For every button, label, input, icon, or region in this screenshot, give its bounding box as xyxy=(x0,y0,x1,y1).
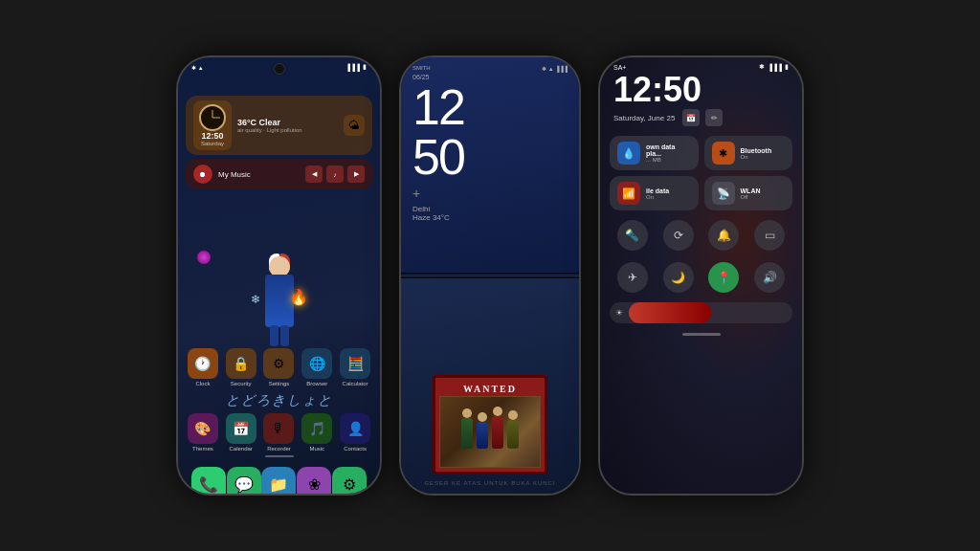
data-tile-status: ... MB xyxy=(646,157,691,163)
cc-tile-bluetooth[interactable]: ✱ Bluetooth On xyxy=(704,136,793,170)
char-1 xyxy=(461,418,473,449)
mobile-data-tile-status: On xyxy=(646,194,691,200)
music-widget[interactable]: ⏺ My Music ◀ ♪ ▶ xyxy=(186,159,372,189)
apps-row-2: 🎨 Themes 📅 Calendar 🎙 Recorder 🎵 Music 👤 xyxy=(178,411,380,453)
app-security[interactable]: 🔒 Security xyxy=(224,348,258,386)
flip-time-minutes: 50 xyxy=(412,132,568,182)
music-label: My Music xyxy=(218,170,300,179)
weather-info: 36°C Clear air quality · Light pollution xyxy=(237,118,338,133)
cc-time-display: 12:50 xyxy=(600,73,802,107)
cc-btn-flashlight[interactable]: 🔦 xyxy=(617,220,648,251)
apps-row-1: 🕐 Clock 🔒 Security ⚙ Settings 🌐 Browser … xyxy=(178,346,380,388)
weather-widget[interactable]: 12:50 Saturday 36°C Clear air quality · … xyxy=(186,96,372,155)
cc-brightness-slider[interactable]: ☀ xyxy=(600,298,802,327)
security-icon: 🔒 xyxy=(226,348,256,379)
cc-edit-icon[interactable]: ✏ xyxy=(705,109,723,126)
cc-btn-screen-record[interactable]: ▭ xyxy=(754,220,785,251)
char-4-head xyxy=(508,410,518,420)
weather-temp: 36°C Clear xyxy=(237,118,338,127)
dock-indicator xyxy=(265,455,294,457)
char-2-head xyxy=(478,412,487,422)
phone-3: SA+ ✱ ▐▐▐ ▮ 12:50 Saturday, June 25 📅 ✏ xyxy=(598,55,804,496)
cc-calendar-icon[interactable]: 📅 xyxy=(682,109,700,126)
char-1-head xyxy=(462,408,472,418)
cc-date-area: Saturday, June 25 📅 ✏ xyxy=(600,107,802,132)
app-recorder[interactable]: 🎙 Recorder xyxy=(261,413,296,452)
weather-clock: 12:50 Saturday xyxy=(193,100,232,150)
calendar-label: Calendar xyxy=(230,446,253,452)
flip-bottom-half: WANTED xyxy=(401,276,579,494)
dock-files[interactable]: 📁 xyxy=(261,467,296,494)
cc-btn-sound[interactable]: 🔊 xyxy=(754,262,785,293)
phone-1-screen: ✱ ▲ ▐▐▐ ▮ 12:50 Saturday 36°C Clear air … xyxy=(178,57,380,494)
recorder-icon: 🎙 xyxy=(263,413,294,444)
cc-tile-wlan[interactable]: 📡 WLAN Off xyxy=(704,176,793,210)
cc-bt-icon: ✱ xyxy=(759,63,765,71)
dock-flower[interactable]: ❀ xyxy=(297,467,331,494)
music-next-button[interactable]: ▶ xyxy=(347,165,365,183)
data-tile-name: own data pla... xyxy=(646,143,691,157)
cc-btn-moon[interactable]: 🌙 xyxy=(663,262,694,293)
data-tile-text: own data pla... ... MB xyxy=(646,143,691,163)
wlan-tile-status: Off xyxy=(741,194,786,200)
flip-crease xyxy=(401,273,579,278)
char-4 xyxy=(507,420,519,449)
mobile-data-tile-icon: 📶 xyxy=(617,182,640,205)
brightness-track: ☀ xyxy=(610,302,792,323)
app-calculator[interactable]: 🧮 Calculator xyxy=(338,348,372,386)
app-themes[interactable]: 🎨 Themes xyxy=(186,413,220,452)
char-3-head xyxy=(493,407,502,416)
themes-icon: 🎨 xyxy=(188,413,218,444)
wlan-tile-name: WLAN xyxy=(741,187,786,194)
fire-effect: 🔥 xyxy=(289,288,308,306)
cc-battery-icon: ▮ xyxy=(785,63,789,71)
cc-tile-mobile-data[interactable]: 📶 ile data On xyxy=(610,176,699,210)
cc-signal-icon: ▐▐▐ xyxy=(768,64,782,71)
char-3 xyxy=(492,416,503,449)
app-contacts[interactable]: 👤 Contacts xyxy=(338,413,372,452)
recorder-label: Recorder xyxy=(267,446,291,452)
bluetooth-tile-icon: ✱ xyxy=(712,142,735,165)
cc-circles-row1: 🔦 ⟳ 🔔 ▭ xyxy=(600,214,802,256)
bluetooth-tile-name: Bluetooth xyxy=(741,147,786,154)
cc-btn-airplane[interactable]: ✈ xyxy=(617,262,648,293)
cc-date-icons: 📅 ✏ xyxy=(682,109,723,126)
battery-icon: ▮ xyxy=(363,63,367,71)
status-icons-phone1: ▐▐▐ ▮ xyxy=(345,63,367,71)
flip-carrier: SMITH xyxy=(412,65,431,72)
phones-container: ✱ ▲ ▐▐▐ ▮ 12:50 Saturday 36°C Clear air … xyxy=(0,0,980,551)
dock-messages[interactable]: 💬 xyxy=(227,467,261,494)
weather-time: 12:50 xyxy=(201,131,223,141)
browser-label: Browser xyxy=(306,381,327,386)
weather-day: Saturday xyxy=(201,141,224,146)
music-prev-button[interactable]: ◀ xyxy=(305,165,323,183)
cc-tile-data[interactable]: 💧 own data pla... ... MB xyxy=(610,136,699,170)
data-tile-icon: 💧 xyxy=(617,142,640,165)
swipe-hint: GESER KE ATAS UNTUK BUKA KUNCI xyxy=(424,480,555,486)
bottom-dock: 📞 💬 📁 ❀ ⚙ xyxy=(178,461,380,494)
contacts-icon: 👤 xyxy=(340,413,370,444)
music-app-label: Music xyxy=(309,446,324,452)
wlan-tile-icon: 📡 xyxy=(712,182,735,205)
cc-btn-rotate[interactable]: ⟳ xyxy=(663,220,694,251)
cc-status-icons: ✱ ▐▐▐ ▮ xyxy=(759,63,789,71)
app-browser[interactable]: 🌐 Browser xyxy=(300,348,334,386)
app-settings[interactable]: ⚙ Settings xyxy=(261,348,296,386)
cc-circles-row2: ✈ 🌙 📍 🔊 xyxy=(600,256,802,298)
wanted-characters xyxy=(461,416,519,449)
calculator-label: Calculator xyxy=(343,381,368,386)
decoration-circle xyxy=(197,251,211,264)
anime-character: 🔥 ❄ xyxy=(241,212,318,346)
music-play-button[interactable]: ⏺ xyxy=(193,165,212,184)
app-music[interactable]: 🎵 Music xyxy=(300,413,334,452)
app-calendar[interactable]: 📅 Calendar xyxy=(224,413,258,452)
brightness-icon: ☀ xyxy=(610,308,629,318)
app-clock[interactable]: 🕐 Clock xyxy=(186,348,220,386)
music-icon: 🎵 xyxy=(301,413,332,444)
dock-settings[interactable]: ⚙ xyxy=(332,467,367,494)
dock-phone[interactable]: 📞 xyxy=(191,467,226,494)
home-indicator xyxy=(682,333,721,336)
cc-btn-bell[interactable]: 🔔 xyxy=(708,220,739,251)
cc-btn-location[interactable]: 📍 xyxy=(708,262,739,293)
char-leg-right xyxy=(280,325,289,346)
